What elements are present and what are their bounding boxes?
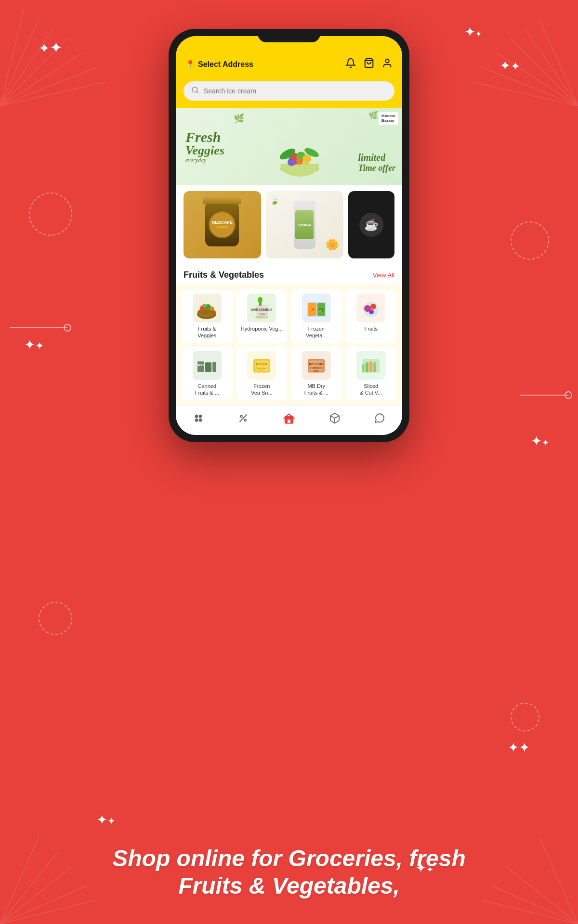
bottom-navigation [176, 406, 402, 435]
himalaya-bottle-image: Himalaya [294, 201, 315, 249]
leaf-decoration: 🌿 [234, 113, 244, 124]
nav-item-orders[interactable] [329, 412, 341, 427]
svg-line-5 [0, 19, 39, 106]
tagline-line2: Fruits & Vegetables, [29, 872, 549, 900]
category-label-frozen-veg: FrozenVegeta... [306, 325, 327, 339]
svg-line-3 [0, 38, 67, 106]
category-hydroponic[interactable]: AWESOMELY FRESH GREENS Hydroponic Veg... [236, 290, 288, 343]
svg-point-40 [197, 310, 216, 315]
svg-line-12 [539, 19, 578, 106]
sparkle-icon: ✦ [499, 58, 520, 74]
category-sliced[interactable]: Sliced& Cut V... [346, 347, 397, 400]
search-bar[interactable] [184, 81, 394, 101]
nescafe-product-card[interactable]: NESCAFÉ GOLD [184, 191, 261, 258]
fruits-section-header: Fruits & Vegetables View All [176, 264, 402, 284]
svg-line-1 [0, 67, 96, 106]
svg-point-79 [244, 419, 246, 421]
nav-item-offers[interactable] [237, 412, 249, 427]
product-cards-section: NESCAFÉ GOLD Himalaya [176, 185, 402, 264]
dark-card-image: ☕ [359, 213, 383, 237]
notification-icon[interactable] [345, 58, 356, 71]
address-section[interactable]: 📍 Select Address [185, 60, 253, 69]
svg-rect-73 [373, 362, 376, 372]
sparkle-icon: ✦ [464, 24, 482, 40]
category-dry-fruits[interactable]: Dry Fruits Hampers MB DryFruits & ... [291, 347, 342, 400]
home-icon [283, 412, 295, 427]
svg-point-31 [296, 158, 303, 165]
dashed-circle [39, 602, 72, 635]
percent-icon [237, 412, 249, 427]
nescafe-jar-image: NESCAFÉ GOLD [205, 203, 239, 246]
box-icon [329, 412, 341, 427]
view-all-button[interactable]: View All [373, 271, 394, 279]
dashed-circle [511, 221, 549, 260]
svg-line-10 [511, 38, 578, 106]
fruits-image [356, 294, 385, 322]
banner-everyday-text: everyday [185, 157, 224, 164]
address-label: Select Address [198, 60, 253, 69]
frozen-snacks-image: Frozen Veggies [247, 351, 276, 380]
category-frozen-veg[interactable]: 🥕 🥦 FrozenVegeta... [291, 290, 342, 343]
svg-line-25 [197, 91, 198, 93]
fan-decoration [472, 0, 578, 106]
location-pin-icon: 📍 [185, 60, 195, 69]
phone-notch [258, 29, 320, 42]
banner-text-right: limited Time offer [358, 152, 395, 173]
search-container [176, 77, 402, 108]
svg-line-9 [496, 53, 578, 106]
grid-icon [193, 412, 204, 427]
dark-product-card[interactable]: ☕ [348, 191, 394, 258]
sparkle-icon: ✦ [531, 433, 549, 449]
category-label-sliced: Sliced& Cut V... [360, 383, 382, 397]
cart-icon[interactable] [364, 58, 374, 71]
category-canned[interactable]: PEAS CannedFruits & ... [182, 347, 233, 400]
svg-line-11 [525, 29, 578, 106]
canned-image: PEAS [193, 351, 222, 380]
svg-point-46 [258, 297, 263, 303]
svg-line-8 [482, 67, 578, 106]
himalaya-product-card[interactable]: Himalaya 🌼 🍃 [266, 191, 343, 258]
svg-point-39 [203, 304, 207, 308]
promotional-banner[interactable]: Modern Bazaar Fresh Veggies everyday [176, 108, 402, 185]
decoration-line [520, 395, 568, 396]
app-content: 📍 Select Address [176, 36, 402, 435]
svg-point-54 [370, 304, 376, 309]
category-label-dry-fruits: MB DryFruits & ... [304, 383, 328, 397]
phone-screen: 📍 Select Address [176, 36, 402, 435]
sparkle-icon: ✦ [24, 337, 44, 353]
phone-frame: 📍 Select Address [169, 29, 409, 442]
banner-fresh-text: Fresh [185, 130, 224, 144]
svg-text:🥦: 🥦 [319, 308, 324, 312]
svg-rect-58 [212, 362, 216, 372]
nav-item-home[interactable] [283, 412, 295, 427]
svg-text:GREENS: GREENS [255, 316, 267, 319]
category-label-fruits-veggies: Fruits &Veggies [197, 325, 216, 339]
search-icon [191, 86, 199, 96]
fruits-vegetables-section: Fruits &Veggies AWESOMELY FRESH GREENS [176, 284, 402, 406]
banner-veggies-text: Veggies [185, 144, 224, 157]
dashed-circle [511, 703, 539, 732]
svg-rect-57 [205, 362, 211, 372]
category-frozen-snacks[interactable]: Frozen Veggies FrozenVea Sn... [236, 347, 288, 400]
svg-point-29 [302, 154, 311, 163]
svg-line-4 [0, 29, 53, 106]
svg-line-0 [0, 82, 106, 106]
category-fruits-veggies[interactable]: Fruits &Veggies [182, 290, 233, 343]
svg-rect-70 [362, 364, 365, 372]
search-input[interactable] [204, 87, 387, 95]
banner-offer-text: limited [358, 152, 395, 163]
category-fruits[interactable]: Fruits [346, 290, 397, 343]
nav-item-categories[interactable] [193, 412, 204, 427]
svg-rect-71 [366, 362, 368, 372]
banner-time-offer: Time offer [358, 163, 395, 173]
decoration-line [10, 327, 67, 328]
svg-point-23 [385, 59, 389, 63]
nav-item-whatsapp[interactable] [374, 412, 385, 427]
category-label-canned: CannedFruits & ... [195, 383, 219, 397]
svg-point-76 [195, 419, 197, 422]
user-icon[interactable] [382, 58, 393, 71]
svg-point-75 [199, 415, 201, 418]
svg-text:🥕: 🥕 [310, 308, 315, 312]
dashed-circle [29, 192, 72, 236]
nescafe-label: NESCAFÉ GOLD [209, 211, 236, 238]
